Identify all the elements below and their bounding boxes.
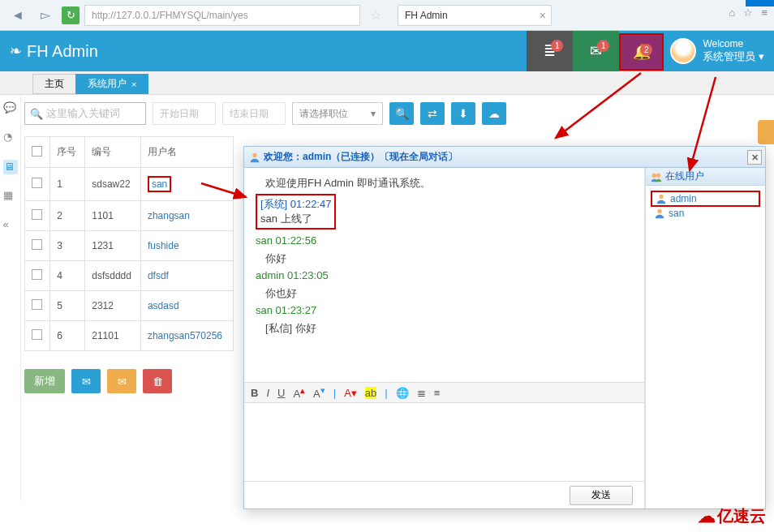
online-title: 在线用户 (646, 168, 765, 186)
search-input[interactable]: 🔍 这里输入关键词 (24, 102, 146, 125)
msg-sender: san 01:22:56 (256, 234, 633, 247)
globe-icon[interactable]: 🌐 (396, 387, 409, 399)
browser-tab[interactable]: FH Admin × (398, 5, 552, 26)
msg-sender: admin 01:23:05 (256, 269, 633, 281)
add-button[interactable]: 新增 (24, 369, 65, 393)
msg-sender: san 01:23:27 (256, 304, 633, 316)
username-cell[interactable]: asdasd (140, 291, 233, 321)
home-icon[interactable]: ⌂ (729, 6, 736, 19)
msg-text: 你也好 (256, 286, 633, 301)
end-date[interactable]: 结束日期 (222, 102, 286, 125)
th-username: 用户名 (140, 137, 233, 168)
badge: 1 (597, 40, 609, 52)
tab-home[interactable]: 主页 (32, 74, 76, 94)
svg-point-3 (659, 195, 663, 199)
hdr-tasks-button[interactable]: ≣1 (527, 31, 573, 71)
sys-time: [系统] 01:22:47 (260, 198, 331, 210)
leaf-icon: ❧ (10, 42, 22, 60)
table-row[interactable]: 1sdsaw22san (25, 168, 234, 201)
mail-button[interactable]: ✉ (71, 369, 101, 393)
swap-button[interactable]: ⇄ (420, 102, 445, 125)
side-tab[interactable] (758, 120, 774, 144)
chat-toolbar: B I U A▴ A▾ | A▾ ab | 🌐 ≣ ≡ (244, 382, 644, 403)
checkbox-all[interactable] (32, 146, 42, 157)
dashboard-icon[interactable]: ◔ (3, 131, 18, 145)
filter-row: 🔍 这里输入关键词 开始日期 结束日期 请选择职位 🔍 ⇄ ⬇ ☁ (24, 102, 763, 125)
table-row[interactable]: 31231fushide (25, 231, 234, 261)
msg-text: [私信] 你好 (256, 321, 633, 336)
font-color-button[interactable]: A▾ (344, 387, 357, 399)
badge: 2 (640, 44, 652, 56)
th-code: 编号 (85, 137, 141, 168)
address-bar[interactable] (84, 5, 360, 26)
online-panel: 在线用户 adminsan (645, 168, 765, 508)
username-cell[interactable]: fushide (140, 231, 233, 261)
refresh-icon[interactable]: ↻ (62, 6, 80, 24)
download-button[interactable]: ⬇ (451, 102, 475, 125)
highlight-button[interactable]: ab (365, 387, 376, 399)
svg-point-4 (657, 209, 661, 213)
online-user[interactable]: san (651, 207, 760, 220)
checkbox[interactable] (32, 209, 42, 220)
sys-msg: san 上线了 (260, 212, 312, 225)
underline-button[interactable]: U (277, 387, 285, 399)
star-icon[interactable]: ☆ (743, 6, 753, 19)
job-select[interactable]: 请选择职位 (292, 102, 383, 125)
table-row[interactable]: 4dsfsdddddfsdf (25, 261, 234, 291)
chat-close-button[interactable]: ✕ (747, 150, 762, 165)
chat-welcome: 欢迎使用FH Admin 即时通讯系统。 (256, 176, 633, 191)
chat-input[interactable] (244, 403, 644, 481)
avatar[interactable] (670, 38, 696, 64)
checkbox[interactable] (32, 178, 42, 188)
hdr-bell-button[interactable]: 🔔2 (619, 33, 664, 71)
chat-messages: 欢迎使用FH Admin 即时通讯系统。 [系统] 01:22:47san 上线… (244, 168, 644, 382)
hdr-mail-button[interactable]: ✉1 (573, 31, 619, 71)
bold-button[interactable]: B (251, 387, 258, 399)
grid-icon[interactable]: ▦ (3, 189, 18, 204)
svg-point-2 (656, 173, 660, 177)
username-cell[interactable]: zhangsan (140, 201, 233, 231)
cloud-button[interactable]: ☁ (482, 102, 506, 125)
chat-icon[interactable]: 💬 (3, 101, 18, 116)
monitor-icon[interactable]: 🖥 (3, 160, 18, 174)
list-ul-button[interactable]: ≡ (434, 387, 441, 399)
font-bigger-button[interactable]: A▴ (293, 385, 305, 400)
online-user[interactable]: admin (651, 191, 760, 207)
table-row[interactable]: 21101zhangsan (25, 201, 234, 231)
th-no: 序号 (50, 137, 85, 168)
checkbox[interactable] (32, 329, 42, 340)
start-date[interactable]: 开始日期 (153, 102, 216, 125)
close-icon[interactable]: × (540, 9, 546, 22)
username-cell[interactable]: zhangsan570256 (140, 321, 233, 351)
collapse-icon[interactable]: « (3, 218, 18, 233)
search-button[interactable]: 🔍 (389, 102, 414, 125)
table-row[interactable]: 621101zhangsan570256 (25, 321, 234, 351)
favorite-icon[interactable]: ☆ (365, 7, 386, 23)
chat-titlebar[interactable]: 欢迎您：admin（已连接）〔现在全局对话〕 ✕ (244, 147, 765, 168)
mail2-button[interactable]: ✉ (107, 369, 136, 393)
forward-button[interactable]: ▻ (34, 4, 57, 27)
send-button[interactable]: 发送 (570, 486, 633, 505)
browser-chrome: ◄ ▻ ↻ ☆ FH Admin × ⌂ ☆ ≡ (0, 0, 774, 31)
menu-icon[interactable]: ≡ (761, 6, 768, 19)
username-cell[interactable]: dfsdf (140, 261, 233, 291)
username-cell[interactable]: san (140, 168, 233, 201)
checkbox[interactable] (32, 299, 42, 310)
checkbox[interactable] (32, 239, 42, 250)
svg-point-0 (252, 152, 256, 157)
browser-icons: ⌂ ☆ ≡ (729, 6, 768, 19)
tab-users[interactable]: 系统用户× (75, 74, 148, 94)
back-button[interactable]: ◄ (6, 4, 29, 27)
welcome-label: Welcome (703, 38, 764, 51)
list-ol-button[interactable]: ≣ (417, 387, 426, 399)
delete-button[interactable]: 🗑 (143, 369, 172, 393)
font-smaller-button[interactable]: A▾ (313, 385, 325, 400)
app-header: ❧ FH Admin ≣1 ✉1 🔔2 Welcome 系统管理员 ▾ (0, 31, 774, 71)
italic-button[interactable]: I (266, 387, 269, 399)
welcome-block[interactable]: Welcome 系统管理员 ▾ (703, 38, 764, 64)
badge: 1 (551, 40, 563, 52)
checkbox[interactable] (32, 269, 42, 280)
table-row[interactable]: 52312asdasd (25, 291, 234, 321)
chat-dialog: 欢迎您：admin（已连接）〔现在全局对话〕 ✕ 欢迎使用FH Admin 即时… (243, 146, 766, 509)
close-icon[interactable]: × (131, 79, 136, 89)
